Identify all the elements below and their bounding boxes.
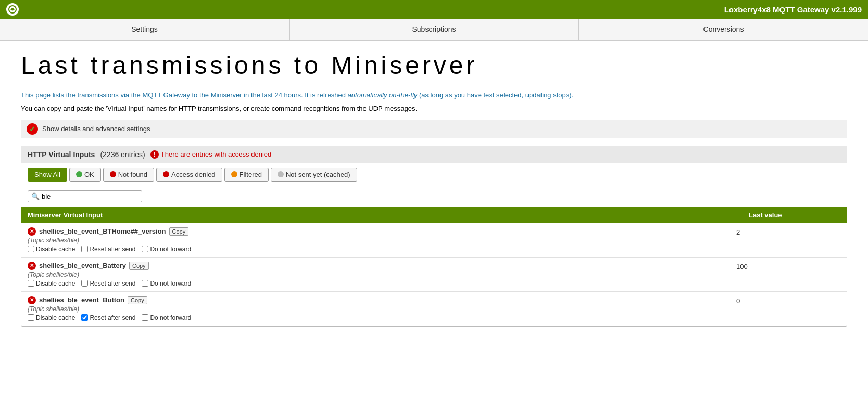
search-icon: 🔍 bbox=[31, 192, 40, 200]
row-checkboxes: Disable cache Reset after send Do not fo… bbox=[28, 246, 736, 253]
row-topic: (Topic shellies/ble) bbox=[28, 271, 736, 278]
description2: You can copy and paste the 'Virtual Inpu… bbox=[21, 105, 847, 112]
filter-ok[interactable]: OK bbox=[69, 168, 101, 182]
filter-not-found[interactable]: Not found bbox=[103, 168, 154, 182]
search-bar: 🔍 bbox=[21, 186, 847, 207]
status-icon-notfound: ✕ bbox=[28, 227, 36, 236]
row-entry-name: shellies_ble_event_Battery bbox=[39, 262, 126, 269]
do-not-forward-label[interactable]: Do not forward bbox=[142, 280, 191, 287]
access-denied-dot bbox=[163, 171, 169, 177]
tab-settings[interactable]: Settings bbox=[0, 19, 290, 40]
page-title: Last transmissions to Miniserver bbox=[21, 51, 847, 80]
not-sent-dot bbox=[278, 171, 284, 177]
disable-cache-label[interactable]: Disable cache bbox=[28, 280, 75, 287]
row-left: ✕ shellies_ble_event_Button Copy (Topic … bbox=[28, 296, 736, 322]
reset-after-send-checkbox[interactable] bbox=[81, 314, 88, 321]
http-virtual-inputs-panel: HTTP Virtual Inputs (2236 entries) ! The… bbox=[21, 146, 847, 327]
panel-title: HTTP Virtual Inputs bbox=[28, 150, 95, 159]
table-body: ✕ shellies_ble_event_BTHome##_version Co… bbox=[21, 223, 847, 326]
not-found-dot bbox=[110, 171, 116, 177]
do-not-forward-checkbox[interactable] bbox=[142, 246, 148, 252]
filter-bar: Show All OK Not found Access denied Filt… bbox=[21, 163, 847, 186]
table-row: ✕ shellies_ble_event_Button Copy (Topic … bbox=[21, 292, 847, 326]
tab-conversions[interactable]: Conversions bbox=[579, 19, 868, 40]
reset-after-send-label[interactable]: Reset after send bbox=[81, 314, 135, 322]
disable-cache-checkbox[interactable] bbox=[28, 246, 34, 252]
row-checkboxes: Disable cache Reset after send Do not fo… bbox=[28, 314, 736, 322]
filter-show-all[interactable]: Show All bbox=[28, 168, 67, 182]
copy-button[interactable]: Copy bbox=[169, 227, 189, 236]
panel-header: HTTP Virtual Inputs (2236 entries) ! The… bbox=[21, 146, 847, 163]
table-row: ✕ shellies_ble_event_BTHome##_version Co… bbox=[21, 223, 847, 258]
disable-cache-label[interactable]: Disable cache bbox=[28, 314, 75, 322]
copy-button[interactable]: Copy bbox=[128, 296, 147, 304]
row-topic: (Topic shellies/ble) bbox=[28, 305, 736, 313]
row-value: 100 bbox=[736, 262, 840, 271]
copy-button[interactable]: Copy bbox=[129, 262, 149, 270]
warning-icon: ! bbox=[150, 150, 159, 159]
panel-count: (2236 entries) bbox=[100, 150, 145, 159]
table-header: Miniserver Virtual Input Last value bbox=[21, 207, 847, 223]
access-denied-text: There are entries with access denied bbox=[161, 150, 271, 158]
filter-filtered[interactable]: Filtered bbox=[224, 168, 269, 182]
row-name-line: ✕ shellies_ble_event_BTHome##_version Co… bbox=[28, 227, 736, 236]
filter-not-sent[interactable]: Not sent yet (cached) bbox=[271, 168, 357, 182]
reset-after-send-label[interactable]: Reset after send bbox=[81, 280, 135, 287]
row-value: 0 bbox=[736, 296, 840, 305]
disable-cache-label[interactable]: Disable cache bbox=[28, 246, 75, 253]
ok-dot bbox=[76, 171, 82, 177]
status-icon-notfound: ✕ bbox=[28, 296, 36, 304]
description1: This page lists the transmissions via th… bbox=[21, 90, 847, 100]
row-name-line: ✕ shellies_ble_event_Battery Copy bbox=[28, 262, 736, 270]
search-input-wrap: 🔍 bbox=[28, 190, 142, 202]
search-input[interactable] bbox=[42, 192, 135, 200]
disable-cache-checkbox[interactable] bbox=[28, 314, 34, 321]
col-header-value: Last value bbox=[743, 207, 847, 223]
row-entry-name: shellies_ble_event_BTHome##_version bbox=[39, 227, 166, 235]
do-not-forward-checkbox[interactable] bbox=[142, 280, 148, 287]
advanced-toggle-label: Show details and advanced settings bbox=[42, 125, 150, 133]
row-left: ✕ shellies_ble_event_BTHome##_version Co… bbox=[28, 227, 736, 253]
main-content: Last transmissions to Miniserver This pa… bbox=[0, 41, 868, 337]
row-checkboxes: Disable cache Reset after send Do not fo… bbox=[28, 280, 736, 287]
access-denied-warning: ! There are entries with access denied bbox=[150, 150, 271, 159]
do-not-forward-label[interactable]: Do not forward bbox=[142, 314, 191, 322]
nav-tabs: Settings Subscriptions Conversions bbox=[0, 19, 868, 41]
row-left: ✕ shellies_ble_event_Battery Copy (Topic… bbox=[28, 262, 736, 287]
app-title: Loxberry4x8 MQTT Gateway v2.1.999 bbox=[724, 5, 862, 14]
do-not-forward-label[interactable]: Do not forward bbox=[142, 246, 191, 253]
tab-subscriptions[interactable]: Subscriptions bbox=[290, 19, 579, 40]
row-value: 2 bbox=[736, 227, 840, 236]
toggle-check-icon bbox=[27, 123, 38, 135]
col-header-name: Miniserver Virtual Input bbox=[21, 207, 743, 223]
table-row: ✕ shellies_ble_event_Battery Copy (Topic… bbox=[21, 258, 847, 292]
status-icon-notfound: ✕ bbox=[28, 262, 36, 270]
logo-icon bbox=[6, 3, 19, 16]
reset-after-send-label[interactable]: Reset after send bbox=[81, 246, 135, 253]
disable-cache-checkbox[interactable] bbox=[28, 280, 34, 287]
row-entry-name: shellies_ble_event_Button bbox=[39, 296, 124, 304]
filtered-dot bbox=[231, 171, 237, 177]
do-not-forward-checkbox[interactable] bbox=[142, 314, 148, 321]
reset-after-send-checkbox[interactable] bbox=[81, 280, 88, 287]
top-bar: Loxberry4x8 MQTT Gateway v2.1.999 bbox=[0, 0, 868, 19]
advanced-settings-toggle[interactable]: Show details and advanced settings bbox=[21, 120, 847, 138]
filter-access-denied[interactable]: Access denied bbox=[156, 168, 222, 182]
row-topic: (Topic shellies/ble) bbox=[28, 237, 736, 244]
reset-after-send-checkbox[interactable] bbox=[81, 246, 88, 252]
row-name-line: ✕ shellies_ble_event_Button Copy bbox=[28, 296, 736, 304]
